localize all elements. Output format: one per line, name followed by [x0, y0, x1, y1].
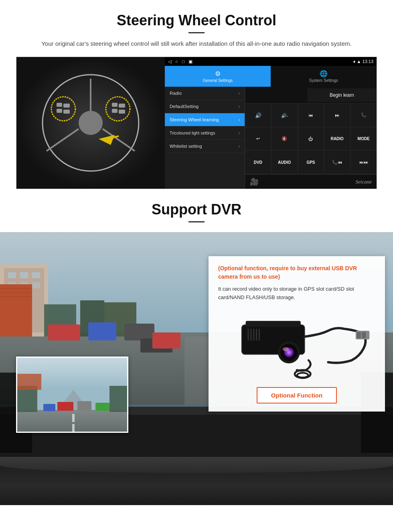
dvr-icon-bottom: 🎥 — [250, 177, 259, 186]
optional-function-button[interactable]: Optional Function — [257, 387, 337, 404]
radio-btn[interactable]: RADIO — [324, 127, 350, 151]
hangup-icon: ↩ — [256, 136, 260, 141]
dvr-thumbnail — [16, 357, 128, 433]
dvd-btn[interactable]: DVD — [245, 151, 271, 174]
steering-photo — [16, 57, 165, 189]
dvr-info-title: (Optional function, require to buy exter… — [218, 264, 375, 281]
menu-item-whitelist[interactable]: Whitelist setting › — [165, 140, 245, 153]
dvr-title: Support DVR — [16, 201, 377, 218]
phone-btn[interactable]: 📞 — [350, 104, 377, 127]
begin-learn-button[interactable]: Begin learn — [307, 88, 377, 102]
steering-photo-inner — [16, 57, 165, 189]
svg-text:🔊+: 🔊+ — [255, 112, 261, 119]
gps-btn[interactable]: GPS — [298, 151, 324, 174]
svg-rect-42 — [152, 332, 180, 349]
button-grid: Begin learn 🔊+ 🔊- ⏮ — [245, 87, 377, 189]
svg-text:🔊-: 🔊- — [281, 113, 288, 118]
settings-content: Radio › DefaultSetting › Steering Wheel … — [165, 87, 377, 189]
status-bar-left: ◁ ○ □ ▣ — [168, 59, 192, 64]
menu-item-steering[interactable]: Steering Wheel learning › — [165, 113, 245, 126]
dvr-camera-illustration — [218, 308, 375, 381]
svg-rect-7 — [57, 103, 62, 107]
svg-rect-9 — [63, 104, 70, 108]
dvr-thumbnail-svg — [17, 358, 128, 433]
svg-rect-52 — [256, 328, 257, 340]
svg-rect-71 — [17, 374, 41, 390]
prev-track-icon: ⏮ — [308, 113, 313, 118]
steering-subtitle: Your original car's steering wheel contr… — [32, 39, 361, 49]
tab-general-settings[interactable]: ⚙ General Settings — [165, 66, 271, 87]
dvr-camera-svg — [218, 308, 375, 381]
svg-rect-51 — [253, 328, 254, 340]
nav-back-icon: ◁ — [168, 59, 171, 64]
svg-rect-13 — [119, 104, 125, 108]
volume-down-btn[interactable]: 🔊- — [271, 104, 298, 127]
mute-btn[interactable]: 🔇 — [271, 127, 298, 151]
system-globe-icon: 🌐 — [320, 70, 328, 77]
phone-prev-icon: 📞⏮ — [332, 160, 342, 165]
phone-prev-btn[interactable]: 📞⏮ — [324, 151, 350, 174]
chevron-icon-default: › — [239, 104, 240, 109]
menu-item-tricoloured[interactable]: Tricoloured light settings › — [165, 126, 245, 140]
svg-rect-50 — [250, 328, 251, 340]
svg-rect-32 — [0, 288, 32, 289]
next-track-btn[interactable]: ⏭ — [324, 104, 350, 127]
svg-rect-26 — [20, 272, 28, 278]
ui-composite: ◁ ○ □ ▣ ♦ ▲ 13:13 ⚙ General Settings 🌐 — [16, 57, 377, 189]
seicane-logo: Seicane — [356, 179, 372, 185]
dvr-title-divider — [188, 221, 205, 222]
svg-rect-53 — [259, 328, 260, 340]
volume-down-icon: 🔊- — [281, 112, 288, 119]
bottom-bar: 🎥 Seicane — [245, 174, 377, 189]
audio-btn[interactable]: AUDIO — [271, 151, 298, 174]
android-ui: ◁ ○ □ ▣ ♦ ▲ 13:13 ⚙ General Settings 🌐 — [165, 57, 377, 189]
svg-rect-34 — [0, 296, 32, 297]
svg-rect-39 — [88, 322, 116, 340]
steering-section: Steering Wheel Control Your original car… — [0, 0, 393, 189]
dvr-photo-area: (Optional function, require to buy exter… — [0, 232, 393, 457]
begin-learn-row: Begin learn — [245, 87, 377, 104]
hangup-btn[interactable]: ↩ — [245, 127, 271, 151]
svg-point-58 — [283, 347, 289, 351]
svg-rect-67 — [72, 414, 75, 422]
svg-rect-22 — [184, 336, 209, 405]
radio-label: RADIO — [331, 137, 344, 141]
tab-system-settings[interactable]: 🌐 System Settings — [271, 66, 377, 87]
nav-home-icon: ○ — [175, 59, 178, 64]
volume-up-btn[interactable]: 🔊+ — [245, 104, 271, 127]
settings-gear-icon: ⚙ — [215, 70, 221, 77]
next-next-icon: ⏭⏭ — [359, 160, 368, 165]
svg-rect-31 — [0, 284, 32, 336]
prev-track-btn[interactable]: ⏮ — [298, 104, 324, 127]
dvr-info-box: (Optional function, require to buy exter… — [209, 256, 385, 412]
power-btn[interactable]: ⏻ — [298, 127, 324, 151]
svg-point-6 — [106, 97, 130, 121]
svg-rect-72 — [57, 402, 73, 411]
svg-rect-10 — [63, 110, 70, 114]
audio-label: AUDIO — [278, 160, 291, 165]
status-bar-right: ♦ ▲ 13:13 — [353, 59, 373, 64]
svg-rect-11 — [112, 103, 117, 107]
power-icon: ⏻ — [308, 137, 313, 141]
ctrl-row-1: 🔊+ 🔊- ⏮ ⏭ 📞 — [245, 104, 377, 127]
menu-item-default[interactable]: DefaultSetting › — [165, 100, 245, 113]
dvd-label: DVD — [254, 160, 262, 165]
svg-rect-73 — [77, 401, 91, 411]
steering-title: Steering Wheel Control — [16, 12, 377, 29]
svg-rect-30 — [32, 282, 40, 288]
menu-item-radio[interactable]: Radio › — [165, 87, 245, 100]
svg-point-1 — [79, 111, 103, 135]
mode-btn[interactable]: MODE — [350, 127, 377, 151]
next-next-btn[interactable]: ⏭⏭ — [350, 151, 377, 174]
svg-rect-12 — [112, 109, 117, 113]
svg-rect-48 — [246, 321, 301, 327]
chevron-icon-tricoloured: › — [239, 131, 240, 135]
svg-rect-74 — [43, 404, 55, 411]
chevron-icon-radio: › — [239, 91, 240, 96]
volume-up-icon: 🔊+ — [254, 112, 261, 119]
svg-line-3 — [47, 129, 79, 151]
svg-marker-15 — [99, 135, 115, 145]
svg-rect-61 — [362, 332, 366, 338]
settings-list: Radio › DefaultSetting › Steering Wheel … — [165, 87, 245, 189]
gps-label: GPS — [306, 160, 315, 165]
